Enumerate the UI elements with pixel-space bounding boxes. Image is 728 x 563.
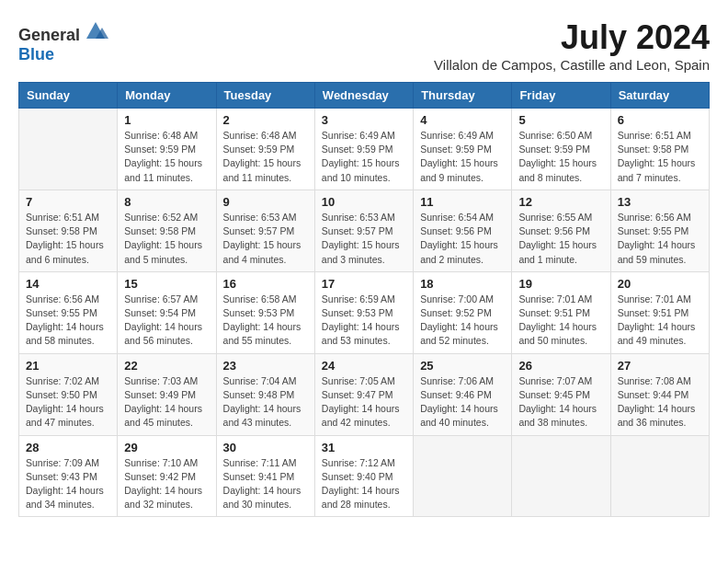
- day-cell: 13Sunrise: 6:56 AMSunset: 9:55 PMDayligh…: [610, 190, 709, 271]
- title-block: July 2024 Villalon de Campos, Castille a…: [434, 18, 710, 73]
- calendar-table: SundayMondayTuesdayWednesdayThursdayFrid…: [18, 82, 710, 517]
- day-info: Sunrise: 6:48 AMSunset: 9:59 PMDaylight:…: [223, 129, 308, 185]
- day-cell: 17Sunrise: 6:59 AMSunset: 9:53 PMDayligh…: [314, 271, 413, 353]
- day-cell: 3Sunrise: 6:49 AMSunset: 9:59 PMDaylight…: [314, 109, 413, 190]
- day-cell: 29Sunrise: 7:10 AMSunset: 9:42 PMDayligh…: [118, 435, 216, 517]
- day-info: Sunrise: 6:48 AMSunset: 9:59 PMDaylight:…: [124, 129, 209, 185]
- day-cell: [610, 435, 709, 517]
- day-number: 12: [518, 195, 603, 209]
- day-cell: [512, 435, 610, 517]
- weekday-header-sunday: Sunday: [19, 83, 118, 109]
- day-info: Sunrise: 6:53 AMSunset: 9:57 PMDaylight:…: [322, 211, 406, 267]
- day-number: 9: [223, 195, 308, 209]
- day-number: 3: [322, 113, 406, 127]
- day-info: Sunrise: 6:50 AMSunset: 9:59 PMDaylight:…: [518, 129, 603, 185]
- day-cell: 1Sunrise: 6:48 AMSunset: 9:59 PMDaylight…: [118, 109, 216, 190]
- day-number: 18: [420, 277, 505, 291]
- day-info: Sunrise: 6:51 AMSunset: 9:58 PMDaylight:…: [618, 129, 702, 185]
- day-cell: 7Sunrise: 6:51 AMSunset: 9:58 PMDaylight…: [19, 190, 118, 271]
- day-info: Sunrise: 7:06 AMSunset: 9:46 PMDaylight:…: [420, 374, 505, 431]
- day-number: 1: [124, 113, 209, 127]
- day-info: Sunrise: 6:54 AMSunset: 9:56 PMDaylight:…: [420, 211, 505, 267]
- day-info: Sunrise: 6:59 AMSunset: 9:53 PMDaylight:…: [322, 293, 406, 349]
- day-cell: 28Sunrise: 7:09 AMSunset: 9:43 PMDayligh…: [19, 435, 118, 517]
- page-header: General Blue July 2024 Villalon de Campo…: [18, 18, 710, 73]
- day-number: 28: [26, 441, 110, 454]
- day-cell: 31Sunrise: 7:12 AMSunset: 9:40 PMDayligh…: [314, 435, 413, 517]
- day-info: Sunrise: 6:52 AMSunset: 9:58 PMDaylight:…: [124, 211, 209, 267]
- day-info: Sunrise: 6:56 AMSunset: 9:55 PMDaylight:…: [26, 293, 110, 349]
- day-info: Sunrise: 7:05 AMSunset: 9:47 PMDaylight:…: [322, 374, 406, 431]
- weekday-header-monday: Monday: [118, 83, 216, 109]
- week-row-1: 1Sunrise: 6:48 AMSunset: 9:59 PMDaylight…: [19, 109, 710, 190]
- day-info: Sunrise: 6:57 AMSunset: 9:54 PMDaylight:…: [124, 293, 209, 349]
- day-number: 15: [124, 277, 209, 291]
- week-row-4: 21Sunrise: 7:02 AMSunset: 9:50 PMDayligh…: [19, 353, 710, 435]
- day-cell: 24Sunrise: 7:05 AMSunset: 9:47 PMDayligh…: [314, 353, 413, 435]
- day-number: 8: [124, 195, 209, 209]
- day-cell: 23Sunrise: 7:04 AMSunset: 9:48 PMDayligh…: [216, 353, 314, 435]
- day-number: 29: [124, 441, 209, 454]
- day-cell: 18Sunrise: 7:00 AMSunset: 9:52 PMDayligh…: [414, 271, 512, 353]
- day-cell: 10Sunrise: 6:53 AMSunset: 9:57 PMDayligh…: [314, 190, 413, 271]
- weekday-header-friday: Friday: [512, 83, 610, 109]
- day-cell: 30Sunrise: 7:11 AMSunset: 9:41 PMDayligh…: [216, 435, 314, 517]
- day-cell: 27Sunrise: 7:08 AMSunset: 9:44 PMDayligh…: [610, 353, 709, 435]
- day-info: Sunrise: 7:03 AMSunset: 9:49 PMDaylight:…: [124, 374, 209, 431]
- day-number: 13: [618, 195, 702, 209]
- day-number: 10: [322, 195, 406, 209]
- day-number: 25: [420, 359, 505, 373]
- logo: General Blue: [18, 18, 109, 64]
- day-number: 23: [223, 359, 308, 373]
- month-title: July 2024: [434, 18, 710, 57]
- day-cell: 22Sunrise: 7:03 AMSunset: 9:49 PMDayligh…: [118, 353, 216, 435]
- weekday-header-row: SundayMondayTuesdayWednesdayThursdayFrid…: [19, 83, 710, 109]
- day-number: 22: [124, 359, 209, 373]
- day-cell: 8Sunrise: 6:52 AMSunset: 9:58 PMDaylight…: [118, 190, 216, 271]
- day-number: 31: [322, 441, 406, 454]
- day-cell: 11Sunrise: 6:54 AMSunset: 9:56 PMDayligh…: [414, 190, 512, 271]
- day-cell: 6Sunrise: 6:51 AMSunset: 9:58 PMDaylight…: [610, 109, 709, 190]
- day-cell: 15Sunrise: 6:57 AMSunset: 9:54 PMDayligh…: [118, 271, 216, 353]
- day-number: 30: [223, 441, 308, 454]
- day-info: Sunrise: 6:49 AMSunset: 9:59 PMDaylight:…: [420, 129, 505, 185]
- day-number: 27: [618, 359, 702, 373]
- day-cell: 21Sunrise: 7:02 AMSunset: 9:50 PMDayligh…: [19, 353, 118, 435]
- day-info: Sunrise: 7:01 AMSunset: 9:51 PMDaylight:…: [518, 293, 603, 349]
- day-info: Sunrise: 7:09 AMSunset: 9:43 PMDaylight:…: [26, 456, 110, 512]
- weekday-header-thursday: Thursday: [414, 83, 512, 109]
- day-cell: 16Sunrise: 6:58 AMSunset: 9:53 PMDayligh…: [216, 271, 314, 353]
- logo-icon: [82, 18, 109, 40]
- weekday-header-saturday: Saturday: [610, 83, 709, 109]
- day-cell: 2Sunrise: 6:48 AMSunset: 9:59 PMDaylight…: [216, 109, 314, 190]
- day-cell: 9Sunrise: 6:53 AMSunset: 9:57 PMDaylight…: [216, 190, 314, 271]
- day-number: 17: [322, 277, 406, 291]
- day-number: 20: [618, 277, 702, 291]
- day-info: Sunrise: 7:08 AMSunset: 9:44 PMDaylight:…: [618, 374, 702, 431]
- day-cell: 25Sunrise: 7:06 AMSunset: 9:46 PMDayligh…: [414, 353, 512, 435]
- day-info: Sunrise: 6:51 AMSunset: 9:58 PMDaylight:…: [26, 211, 110, 267]
- day-number: 5: [518, 113, 603, 127]
- week-row-3: 14Sunrise: 6:56 AMSunset: 9:55 PMDayligh…: [19, 271, 710, 353]
- weekday-header-wednesday: Wednesday: [314, 83, 413, 109]
- day-cell: 19Sunrise: 7:01 AMSunset: 9:51 PMDayligh…: [512, 271, 610, 353]
- day-number: 11: [420, 195, 505, 209]
- week-row-5: 28Sunrise: 7:09 AMSunset: 9:43 PMDayligh…: [19, 435, 710, 517]
- day-number: 16: [223, 277, 308, 291]
- day-number: 6: [618, 113, 702, 127]
- day-cell: 5Sunrise: 6:50 AMSunset: 9:59 PMDaylight…: [512, 109, 610, 190]
- day-cell: 4Sunrise: 6:49 AMSunset: 9:59 PMDaylight…: [414, 109, 512, 190]
- day-cell: 26Sunrise: 7:07 AMSunset: 9:45 PMDayligh…: [512, 353, 610, 435]
- day-info: Sunrise: 7:02 AMSunset: 9:50 PMDaylight:…: [26, 374, 110, 431]
- day-cell: 12Sunrise: 6:55 AMSunset: 9:56 PMDayligh…: [512, 190, 610, 271]
- day-number: 21: [26, 359, 110, 373]
- day-info: Sunrise: 6:58 AMSunset: 9:53 PMDaylight:…: [223, 293, 308, 349]
- day-cell: [414, 435, 512, 517]
- location-title: Villalon de Campos, Castille and Leon, S…: [434, 57, 710, 73]
- day-info: Sunrise: 6:49 AMSunset: 9:59 PMDaylight:…: [322, 129, 406, 185]
- day-number: 2: [223, 113, 308, 127]
- day-number: 24: [322, 359, 406, 373]
- logo-blue: Blue: [18, 45, 54, 63]
- day-number: 7: [26, 195, 110, 209]
- day-info: Sunrise: 6:55 AMSunset: 9:56 PMDaylight:…: [518, 211, 603, 267]
